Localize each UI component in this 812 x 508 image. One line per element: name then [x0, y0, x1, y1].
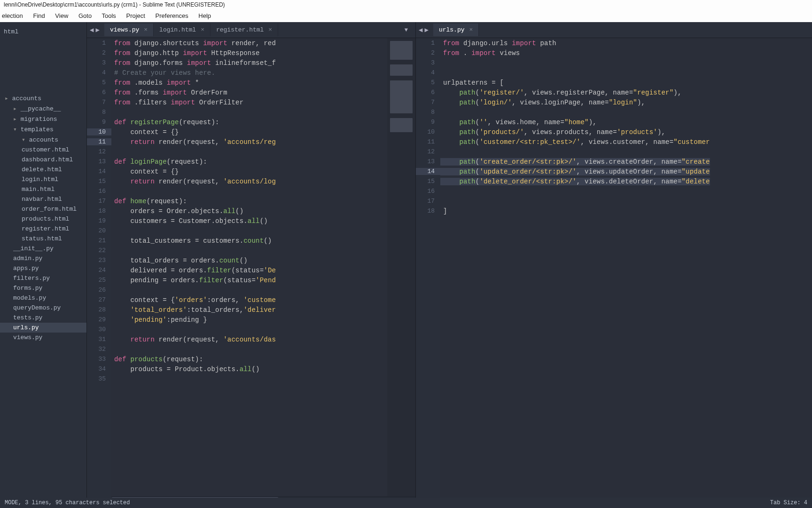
sidebar-item[interactable]: main.html — [0, 184, 86, 194]
tab-views-py[interactable]: views.py× — [104, 24, 154, 36]
code-line[interactable]: ] — [440, 207, 447, 215]
line-number: 6 — [416, 89, 440, 96]
code-line[interactable]: from . import views — [440, 49, 520, 57]
sidebar[interactable]: html accounts__pycache__migrationstempla… — [0, 22, 87, 502]
code-line[interactable]: path('login/', views.loginPage, name="lo… — [440, 99, 645, 106]
menu-view[interactable]: View — [55, 12, 68, 19]
sidebar-item[interactable]: accounts — [0, 135, 86, 145]
line-number: 22 — [87, 247, 111, 254]
sidebar-item[interactable]: register.html — [0, 224, 86, 234]
code-line[interactable]: path('update_order/<str:pk>/', views.upd… — [440, 168, 710, 175]
sidebar-item[interactable]: apps.py — [0, 263, 86, 273]
sidebar-item[interactable]: urls.py — [0, 323, 86, 333]
sidebar-item[interactable]: products.html — [0, 214, 86, 224]
code-line[interactable]: def home(request): — [111, 198, 187, 205]
code-line[interactable]: from .models import * — [111, 79, 199, 87]
sidebar-item[interactable]: delete.html — [0, 165, 86, 175]
status-tab-size[interactable]: Tab Size: 4 — [770, 500, 807, 506]
sidebar-item[interactable]: forms.py — [0, 283, 86, 293]
line-number: 33 — [87, 356, 111, 363]
code-line[interactable]: from django.urls import path — [440, 40, 556, 47]
tab-urls-py[interactable]: urls.py× — [433, 24, 479, 36]
menu-project[interactable]: Project — [126, 12, 145, 19]
code-line[interactable]: path('delete_order/<str:pk>/', views.del… — [440, 178, 710, 185]
sidebar-item[interactable]: filters.py — [0, 273, 86, 283]
sidebar-item[interactable]: templates — [0, 124, 86, 135]
code-line[interactable]: context = {} — [111, 128, 179, 136]
menu-help[interactable]: Help — [198, 12, 211, 19]
code-line[interactable]: total_customers = customers.count() — [111, 237, 272, 245]
tab-login-html[interactable]: login.html× — [154, 24, 211, 36]
minimap[interactable] — [387, 38, 415, 502]
menu-tools[interactable]: Tools — [102, 12, 116, 19]
code-line[interactable]: urlpatterns = [ — [440, 79, 504, 87]
menu-selection[interactable]: election — [2, 12, 23, 19]
close-icon[interactable]: × — [201, 26, 204, 33]
code-line[interactable]: path('products/', views.products, name='… — [440, 128, 665, 136]
sidebar-item[interactable]: tests.py — [0, 313, 86, 323]
sidebar-item[interactable]: dashboard.html — [0, 155, 86, 165]
tab-dropdown-icon[interactable]: ▼ — [400, 27, 413, 33]
sidebar-item[interactable]: order_form.html — [0, 204, 86, 214]
sidebar-item[interactable]: login.html — [0, 175, 86, 184]
tab-register-html[interactable]: register.html× — [211, 24, 278, 36]
sidebar-item[interactable]: admin.py — [0, 254, 86, 263]
code-line[interactable]: 'pending':pending } — [111, 316, 207, 324]
code-line[interactable]: # Create your views here. — [111, 69, 215, 77]
line-number: 9 — [87, 119, 111, 126]
nav-back-icon[interactable]: ◀ — [90, 26, 94, 34]
nav-forward-icon[interactable]: ▶ — [424, 26, 428, 34]
code-line[interactable]: context = {'orders':orders, 'custome — [111, 296, 276, 304]
code-line[interactable]: from django.forms import inlineformset_f — [111, 59, 276, 67]
sidebar-item[interactable]: customer.html — [0, 145, 86, 155]
code-line[interactable]: from .forms import OrderForm — [111, 89, 227, 96]
line-number: 24 — [87, 267, 111, 274]
code-line[interactable]: return render(request, 'accounts/log — [111, 178, 276, 185]
sidebar-item[interactable]: models.py — [0, 293, 86, 303]
menu-preferences[interactable]: Preferences — [156, 12, 188, 19]
sidebar-item[interactable]: queryDemos.py — [0, 303, 86, 313]
code-editor-left[interactable]: 1from django.shortcuts import render, re… — [87, 38, 415, 502]
line-number: 5 — [87, 79, 111, 86]
sidebar-item[interactable]: views.py — [0, 333, 86, 342]
tab-label: register.html — [216, 26, 264, 33]
code-line[interactable]: from django.http import HttpResponse — [111, 49, 260, 57]
code-line[interactable]: 'total_orders':total_orders,'deliver — [111, 306, 276, 314]
code-line[interactable]: def products(request): — [111, 356, 203, 363]
code-line[interactable]: from django.shortcuts import render, red — [111, 40, 276, 47]
sidebar-item[interactable]: status.html — [0, 234, 86, 244]
menu-find[interactable]: Find — [33, 12, 45, 19]
code-line[interactable]: def registerPage(request): — [111, 119, 219, 126]
menu-goto[interactable]: Goto — [78, 12, 92, 19]
sidebar-item[interactable]: __init__.py — [0, 244, 86, 254]
code-editor-right[interactable]: ▼ 1from django.urls import path2from . i… — [416, 38, 812, 502]
sidebar-item[interactable]: html — [0, 27, 86, 37]
code-line[interactable]: return render(request, 'accounts/reg — [111, 138, 276, 146]
code-line[interactable]: delivered = orders.filter(status='De — [111, 267, 276, 274]
sidebar-item[interactable]: migrations — [0, 114, 86, 124]
code-line[interactable]: orders = Order.objects.all() — [111, 207, 243, 215]
code-line[interactable]: context = {} — [111, 168, 179, 175]
line-number: 17 — [416, 198, 440, 205]
code-line[interactable]: path('customer/<str:pk_test>/', views.cu… — [440, 138, 710, 146]
code-line[interactable]: path('', views.home, name="home"), — [440, 119, 597, 126]
code-line[interactable]: return render(request, 'accounts/das — [111, 336, 276, 343]
close-icon[interactable]: × — [469, 26, 473, 33]
sidebar-item[interactable]: navbar.html — [0, 194, 86, 204]
code-line[interactable]: from .filters import OrderFilter — [111, 99, 243, 106]
nav-forward-icon[interactable]: ▶ — [95, 26, 99, 34]
sidebar-item[interactable]: accounts — [0, 93, 86, 103]
close-icon[interactable]: × — [144, 26, 148, 33]
close-icon[interactable]: × — [268, 26, 272, 33]
code-line[interactable]: customers = Customer.objects.all() — [111, 217, 268, 225]
nav-back-icon[interactable]: ◀ — [419, 26, 422, 34]
status-bar: MODE, 3 lines, 95 characters selected Ta… — [0, 498, 812, 508]
code-line[interactable]: path('register/', views.registerPage, na… — [440, 89, 682, 96]
code-line[interactable]: total_orders = orders.count() — [111, 257, 248, 264]
code-line[interactable]: products = Product.objects.all() — [111, 365, 260, 373]
code-line[interactable]: path('create_order/<str:pk>/', views.cre… — [440, 158, 710, 166]
code-line[interactable]: def loginPage(request): — [111, 158, 207, 166]
code-line[interactable]: pending = orders.filter(status='Pend — [111, 277, 276, 284]
line-number: 8 — [87, 109, 111, 116]
sidebar-item[interactable]: __pycache__ — [0, 103, 86, 114]
